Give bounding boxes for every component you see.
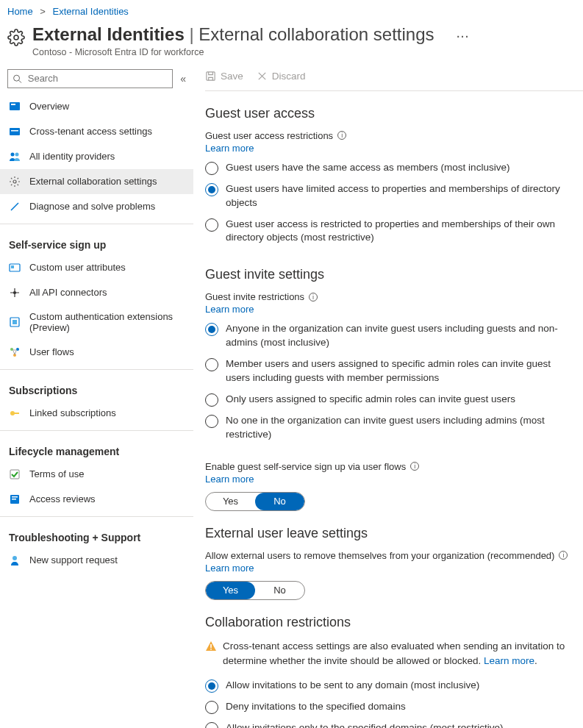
- leave-section: External user leave settings Allow exter…: [193, 511, 583, 600]
- radio-label: Guest users have the same access as memb…: [226, 161, 509, 175]
- nav-label: Custom authentication extensions (Previe…: [29, 311, 186, 334]
- radio-label: Anyone in the organization can invite gu…: [226, 322, 571, 350]
- radio-label: Member users and users assigned to speci…: [226, 357, 571, 385]
- svg-rect-24: [207, 72, 215, 80]
- breadcrumb-external-identities[interactable]: External Identities: [53, 6, 129, 17]
- guest-invite-opt3[interactable]: Only users assigned to specific admin ro…: [205, 393, 571, 407]
- collab-opt1[interactable]: Allow invitations to be sent to any doma…: [205, 679, 571, 693]
- nav-custom-auth[interactable]: Custom authentication extensions (Previe…: [0, 305, 193, 340]
- nav-access-reviews[interactable]: Access reviews: [0, 487, 193, 512]
- collapse-sidebar-icon[interactable]: «: [180, 73, 186, 85]
- guest-invite-opt1[interactable]: Anyone in the organization can invite gu…: [205, 322, 571, 350]
- radio-icon: [205, 701, 218, 714]
- section-subscriptions: Subscriptions: [0, 371, 193, 401]
- radio-icon: [205, 162, 218, 175]
- guest-invite-learn-more[interactable]: Learn more: [205, 304, 571, 315]
- save-label: Save: [221, 71, 243, 82]
- leave-heading: External user leave settings: [205, 526, 571, 541]
- svg-rect-5: [11, 130, 18, 132]
- save-icon: [205, 71, 216, 82]
- command-bar: Save Discard: [205, 65, 583, 91]
- collab-warning: Cross-tenant access settings are also ev…: [205, 639, 571, 669]
- leave-toggle[interactable]: Yes No: [205, 581, 305, 600]
- toggle-no[interactable]: No: [255, 582, 304, 599]
- leave-label: Allow external users to remove themselve…: [205, 550, 571, 561]
- nav-label: Overview: [29, 101, 69, 113]
- nav-cross-tenant[interactable]: Cross-tenant access settings: [0, 119, 193, 144]
- radio-icon: [205, 358, 218, 371]
- info-icon[interactable]: i: [559, 551, 568, 560]
- svg-rect-10: [11, 265, 14, 268]
- radio-label: No one in the organization can invite gu…: [226, 414, 571, 442]
- extension-icon: [9, 316, 21, 328]
- radio-label: Only users assigned to specific admin ro…: [226, 393, 515, 407]
- connector-icon: [9, 287, 21, 299]
- collab-opt3[interactable]: Allow invitations only to the specified …: [205, 721, 571, 728]
- gear-icon: [9, 176, 21, 188]
- discard-button[interactable]: Discard: [257, 71, 306, 82]
- self-service-learn-more[interactable]: Learn more: [205, 474, 571, 485]
- svg-rect-26: [210, 649, 212, 650]
- page-title: External Identities | External collabora…: [32, 24, 470, 46]
- collab-warn-learn-more[interactable]: Learn more: [484, 655, 534, 666]
- section-troubleshooting: Troubleshooting + Support: [0, 518, 193, 548]
- review-icon: [9, 493, 21, 505]
- nav-api-connectors[interactable]: All API connectors: [0, 280, 193, 305]
- guest-access-section: Guest user access Guest user access rest…: [193, 91, 583, 246]
- nav-label: All API connectors: [29, 287, 107, 299]
- discard-label: Discard: [272, 71, 306, 82]
- radio-label: Guest user access is restricted to prope…: [226, 218, 571, 246]
- toggle-yes[interactable]: Yes: [206, 582, 255, 599]
- leave-learn-more[interactable]: Learn more: [205, 563, 571, 574]
- info-icon[interactable]: i: [337, 131, 346, 140]
- collab-section: Collaboration restrictions Cross-tenant …: [193, 600, 583, 728]
- radio-label: Deny invitations to the specified domain…: [226, 700, 406, 714]
- nav-label: All identity providers: [29, 151, 115, 163]
- check-icon: [9, 468, 21, 480]
- flow-icon: [9, 346, 21, 358]
- search-input[interactable]: [26, 72, 168, 85]
- nav-linked-subs[interactable]: Linked subscriptions: [0, 401, 193, 426]
- people-icon: [9, 151, 21, 163]
- warning-icon: [205, 640, 217, 652]
- svg-point-6: [11, 152, 15, 156]
- nav-new-support[interactable]: New support request: [0, 548, 193, 573]
- nav-label: New support request: [29, 554, 118, 566]
- radio-icon: [205, 323, 218, 336]
- nav-terms[interactable]: Terms of use: [0, 462, 193, 487]
- nav-external-collaboration[interactable]: External collaboration settings: [0, 169, 193, 194]
- nav-label: Cross-tenant access settings: [29, 126, 152, 138]
- nav-user-flows[interactable]: User flows: [0, 340, 193, 365]
- guest-access-opt2[interactable]: Guest users have limited access to prope…: [205, 182, 571, 210]
- nav-custom-attrs[interactable]: Custom user attributes: [0, 255, 193, 280]
- guest-access-opt1[interactable]: Guest users have the same access as memb…: [205, 161, 571, 175]
- guest-access-heading: Guest user access: [205, 106, 571, 121]
- wrench-icon: [9, 201, 21, 213]
- toggle-no[interactable]: No: [255, 493, 304, 510]
- breadcrumb-home[interactable]: Home: [7, 6, 33, 17]
- toggle-yes[interactable]: Yes: [206, 493, 255, 510]
- collab-opt2[interactable]: Deny invitations to the specified domain…: [205, 700, 571, 714]
- support-icon: [9, 554, 21, 566]
- info-icon[interactable]: i: [309, 293, 318, 301]
- guest-access-opt3[interactable]: Guest user access is restricted to prope…: [205, 218, 571, 246]
- gear-icon: [7, 29, 25, 46]
- radio-icon: [205, 183, 218, 196]
- nav-overview[interactable]: Overview: [0, 94, 193, 119]
- sidebar-search[interactable]: [7, 69, 173, 88]
- guest-invite-opt2[interactable]: Member users and users assigned to speci…: [205, 357, 571, 385]
- svg-rect-2: [10, 102, 20, 110]
- info-icon[interactable]: i: [410, 462, 419, 471]
- more-actions[interactable]: ···: [457, 31, 470, 43]
- svg-rect-3: [11, 104, 15, 105]
- guest-invite-opt4[interactable]: No one in the organization can invite gu…: [205, 414, 571, 442]
- save-button[interactable]: Save: [205, 71, 243, 82]
- radio-icon: [205, 679, 218, 693]
- svg-rect-18: [14, 413, 19, 414]
- self-service-toggle[interactable]: Yes No: [205, 492, 305, 511]
- svg-rect-13: [12, 320, 17, 324]
- nav-diagnose[interactable]: Diagnose and solve problems: [0, 194, 193, 219]
- nav-identity-providers[interactable]: All identity providers: [0, 144, 193, 169]
- guest-access-learn-more[interactable]: Learn more: [205, 143, 571, 154]
- card-icon: [9, 262, 21, 274]
